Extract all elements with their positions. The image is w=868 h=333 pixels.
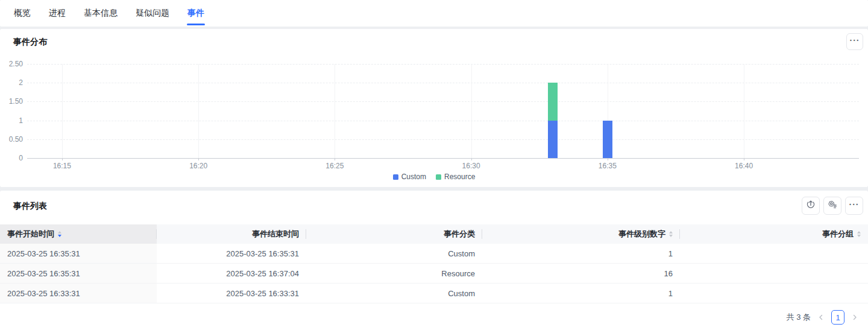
sort-icon[interactable]: [669, 231, 673, 237]
table-row[interactable]: 2025-03-25 16:35:312025-03-25 16:35:31Cu…: [0, 244, 868, 264]
x-axis-tickmark: [335, 158, 335, 160]
tab-events[interactable]: 事件: [186, 0, 206, 27]
bar-segment-custom[interactable]: [548, 121, 558, 158]
x-axis-tick-label: 16:40: [735, 162, 753, 170]
gridline-horizontal: [27, 101, 859, 102]
x-axis-line: [27, 158, 859, 159]
x-axis-tick-label: 16:15: [53, 162, 71, 170]
gridline-vertical: [62, 64, 63, 158]
y-axis-tick-label: 0: [0, 154, 23, 162]
tab-basic-info[interactable]: 基本信息: [83, 0, 119, 27]
pagination: 共 3 条 1: [787, 309, 860, 326]
table-cell: 2025-03-25 16:35:31: [0, 264, 157, 283]
table-cell: 1: [482, 244, 680, 263]
x-axis-tick-label: 16:20: [189, 162, 207, 170]
table-header-row: 事件开始时间 事件结束时间 事件分类 事件级别数字 事件分组: [0, 224, 868, 244]
legend-item-custom[interactable]: Custom: [393, 173, 426, 181]
table-more-button[interactable]: ···: [845, 197, 863, 215]
y-axis-tick-label: 2: [0, 78, 23, 87]
table-row[interactable]: 2025-03-25 16:35:312025-03-25 16:37:04Re…: [0, 264, 868, 284]
column-header-group[interactable]: 事件分组: [680, 224, 868, 244]
bar-segment-custom[interactable]: [603, 121, 612, 158]
x-axis-tickmark: [744, 158, 744, 160]
table-cell: Custom: [306, 284, 482, 303]
table-row[interactable]: 2025-03-25 16:33:312025-03-25 16:33:31Cu…: [0, 284, 868, 303]
table-cell: 2025-03-25 16:35:31: [157, 244, 306, 263]
column-label: 事件结束时间: [252, 229, 299, 239]
gridline-vertical: [335, 64, 335, 158]
table-settings-icon: [828, 200, 837, 212]
table-cell: 2025-03-25 16:33:31: [157, 284, 306, 303]
tab-overview[interactable]: 概览: [13, 0, 32, 27]
x-axis-tickmark: [62, 158, 63, 160]
y-axis-tick-label: 1: [0, 116, 23, 125]
table-cell: Custom: [306, 244, 482, 263]
table-cell: 2025-03-25 16:37:04: [157, 264, 306, 283]
event-list-panel: 事件列表 ··· 事件开始时间 事件: [0, 191, 868, 333]
table-cell: 2025-03-25 16:35:31: [0, 244, 157, 263]
table-cell: [680, 244, 868, 263]
next-page-button[interactable]: [850, 310, 860, 325]
more-ellipsis-icon: ···: [849, 200, 860, 209]
tab-label: 进程: [49, 8, 66, 19]
gridline-horizontal: [27, 64, 859, 65]
column-label: 事件级别数字: [618, 229, 665, 239]
x-axis-tick-label: 16:30: [462, 162, 480, 170]
gridline-horizontal: [27, 83, 859, 83]
legend-item-resource[interactable]: Resource: [436, 173, 475, 181]
tab-label: 事件: [187, 8, 204, 19]
column-header-start-time[interactable]: 事件开始时间: [0, 224, 157, 244]
current-page-button[interactable]: 1: [831, 310, 844, 325]
legend-swatch-icon: [393, 174, 398, 180]
tab-label: 概览: [14, 8, 31, 19]
table-cell: [680, 264, 868, 283]
column-header-end-time: 事件结束时间: [157, 224, 306, 244]
x-axis-tick-label: 16:25: [326, 162, 344, 170]
tab-suspected-issues[interactable]: 疑似问题: [134, 0, 171, 27]
gridline-horizontal: [27, 121, 859, 121]
legend-label: Custom: [401, 173, 426, 181]
prev-page-button[interactable]: [816, 310, 826, 325]
top-tabbar: 概览 进程 基本信息 疑似问题 事件: [0, 0, 868, 27]
table-cell: 1: [482, 284, 680, 303]
table-cell: Resource: [306, 264, 482, 283]
tab-process[interactable]: 进程: [48, 0, 67, 27]
table-panel-title: 事件列表: [13, 201, 47, 212]
chevron-right-icon: [851, 314, 858, 321]
x-axis-tickmark: [471, 158, 472, 160]
table-cell: 16: [482, 264, 680, 283]
table-cell: 2025-03-25 16:33:31: [0, 284, 157, 303]
column-header-category: 事件分类: [306, 224, 482, 244]
table-settings-button[interactable]: [823, 197, 841, 215]
gridline-vertical: [471, 64, 472, 158]
event-distribution-panel: 事件分布 ··· 00.5011.5022.5016:1516:2016:251…: [0, 29, 868, 187]
event-distribution-chart: 00.5011.5022.5016:1516:2016:2516:3016:35…: [0, 29, 868, 187]
export-icon: [806, 200, 816, 212]
y-axis-tick-label: 2.50: [0, 60, 23, 68]
column-header-level[interactable]: 事件级别数字: [482, 224, 680, 244]
y-axis-tick-label: 0.50: [0, 135, 23, 144]
column-label: 事件分组: [822, 229, 854, 239]
sort-icon[interactable]: [58, 231, 61, 237]
x-axis-tick-label: 16:35: [599, 162, 617, 170]
tab-label: 基本信息: [84, 8, 118, 19]
gridline-vertical: [744, 64, 744, 158]
y-axis-tick-label: 1.50: [0, 97, 23, 106]
x-axis-tickmark: [608, 158, 608, 160]
x-axis-tickmark: [198, 158, 199, 160]
gridline-horizontal: [27, 139, 859, 140]
table-cell: [680, 284, 868, 303]
column-label: 事件开始时间: [7, 229, 54, 239]
tab-label: 疑似问题: [136, 8, 169, 19]
export-button[interactable]: [802, 197, 820, 215]
chevron-left-icon: [817, 314, 825, 321]
legend-label: Resource: [444, 173, 475, 181]
bar-segment-resource[interactable]: [548, 83, 558, 120]
table-body: 2025-03-25 16:35:312025-03-25 16:35:31Cu…: [0, 244, 868, 303]
legend-swatch-icon: [436, 174, 441, 180]
sort-icon[interactable]: [857, 231, 861, 237]
chart-legend: CustomResource: [0, 173, 868, 181]
column-label: 事件分类: [444, 229, 475, 239]
pagination-total: 共 3 条: [787, 312, 811, 323]
gridline-vertical: [198, 64, 199, 158]
